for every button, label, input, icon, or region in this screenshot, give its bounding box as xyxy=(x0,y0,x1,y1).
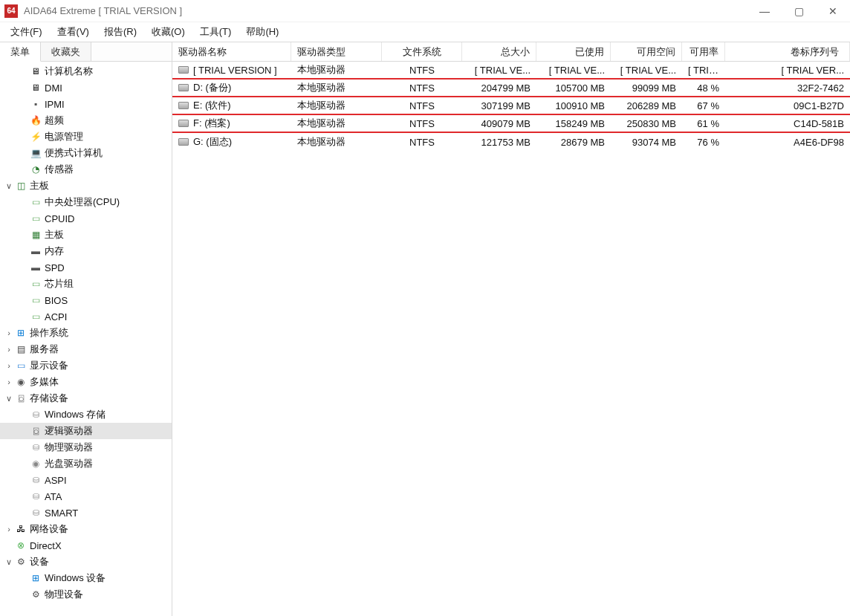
column-header[interactable]: 已使用 xyxy=(536,42,611,61)
tree-node[interactable]: 物理驱动器 xyxy=(0,439,172,455)
tree-node-label: 存储设备 xyxy=(30,392,68,405)
tree-node[interactable]: CPUID xyxy=(0,210,172,227)
tree-node[interactable]: ›服务器 xyxy=(0,341,172,357)
tree-node-label: 超频 xyxy=(45,114,64,127)
tree-node[interactable]: SPD xyxy=(0,259,172,276)
mb-icon xyxy=(15,180,27,192)
tree-node[interactable]: DirectX xyxy=(0,537,172,554)
tree-node[interactable]: 主板 xyxy=(0,227,172,243)
table-cell: 307199 MB xyxy=(462,99,536,113)
drive-icon xyxy=(30,441,42,453)
tree-node[interactable]: 物理设备 xyxy=(0,586,172,603)
tree-node[interactable]: ›显示设备 xyxy=(0,357,172,374)
disk-icon xyxy=(30,425,42,437)
table-header: 驱动器名称驱动器类型文件系统总大小已使用可用空间可用率卷标序列号 xyxy=(172,42,850,62)
drive-icon xyxy=(30,490,42,502)
tree-node-label: 逻辑驱动器 xyxy=(45,424,93,438)
tree-node[interactable]: ›操作系统 xyxy=(0,325,172,341)
table-cell: 本地驱动器 xyxy=(291,134,382,150)
drive-icon xyxy=(30,409,42,421)
table-cell: 100910 MB xyxy=(536,99,611,113)
column-header[interactable]: 文件系统 xyxy=(382,42,462,61)
menu-item[interactable]: 收藏(O) xyxy=(144,23,192,41)
menu-item[interactable]: 查看(V) xyxy=(50,23,97,41)
tab-menu[interactable]: 菜单 xyxy=(0,42,41,62)
table-row[interactable]: [ TRIAL VERSION ]本地驱动器NTFS[ TRIAL VE...[… xyxy=(172,62,850,80)
tree-node[interactable]: 电源管理 xyxy=(0,129,172,145)
table-row[interactable]: D: (备份)本地驱动器NTFS204799 MB105700 MB99099 … xyxy=(172,80,850,97)
expand-icon[interactable]: › xyxy=(3,361,15,370)
table-row[interactable]: E: (软件)本地驱动器NTFS307199 MB100910 MB206289… xyxy=(172,97,850,115)
menu-item[interactable]: 文件(F) xyxy=(3,23,50,41)
tree-node-label: 网络设备 xyxy=(30,522,68,536)
tree-node[interactable]: ∨设备 xyxy=(0,554,172,570)
titlebar: 64 AIDA64 Extreme [ TRIAL VERSION ] — ▢ … xyxy=(0,0,850,22)
menu-item[interactable]: 帮助(H) xyxy=(239,23,286,41)
table-cell: D: (备份) xyxy=(172,80,291,96)
tree-node[interactable]: ›网络设备 xyxy=(0,521,172,537)
tree-node[interactable]: ›多媒体 xyxy=(0,374,172,390)
table-cell: NTFS xyxy=(382,135,462,149)
tree-node[interactable]: ATA xyxy=(0,488,172,505)
expand-icon[interactable]: › xyxy=(3,525,15,534)
column-header[interactable]: 卷标序列号 xyxy=(725,42,850,61)
tree-node[interactable]: DMI xyxy=(0,80,172,96)
column-header[interactable]: 可用率 xyxy=(682,42,725,61)
tree-node[interactable]: ACPI xyxy=(0,308,172,325)
table-row[interactable]: F: (档案)本地驱动器NTFS409079 MB158249 MB250830… xyxy=(172,115,850,133)
table-cell: [ TRIAL VERSION ] xyxy=(172,63,291,77)
table-cell: [ TRIAL VE... xyxy=(462,63,536,77)
expand-icon[interactable]: › xyxy=(3,328,15,337)
media-icon xyxy=(15,376,27,388)
expand-icon[interactable]: › xyxy=(3,377,15,386)
table-cell: 93074 MB xyxy=(611,135,682,149)
tree-node[interactable]: 传感器 xyxy=(0,161,172,178)
tree-node[interactable]: 逻辑驱动器 xyxy=(0,423,172,439)
nav-tree[interactable]: 计算机名称DMIIPMI超频电源管理便携式计算机传感器∨主板中央处理器(CPU)… xyxy=(0,62,172,616)
expand-icon[interactable]: ∨ xyxy=(3,181,15,191)
tree-node[interactable]: BIOS xyxy=(0,292,172,308)
close-button[interactable]: ✕ xyxy=(816,0,850,22)
tree-node[interactable]: ASPI xyxy=(0,472,172,488)
tree-node-label: 中央处理器(CPU) xyxy=(45,195,120,209)
tree-node[interactable]: 光盘驱动器 xyxy=(0,455,172,472)
tree-node[interactable]: 内存 xyxy=(0,243,172,259)
menu-item[interactable]: 工具(T) xyxy=(192,23,239,41)
tree-node[interactable]: SMART xyxy=(0,505,172,521)
tree-node[interactable]: 便携式计算机 xyxy=(0,145,172,161)
maximize-button[interactable]: ▢ xyxy=(782,0,816,22)
app-logo-icon: 64 xyxy=(4,4,18,18)
column-header[interactable]: 可用空间 xyxy=(611,42,682,61)
table-cell: 61 % xyxy=(682,117,725,131)
table-cell: E: (软件) xyxy=(172,97,291,114)
sidebar: 菜单 收藏夹 计算机名称DMIIPMI超频电源管理便携式计算机传感器∨主板中央处… xyxy=(0,42,172,616)
expand-icon[interactable]: ∨ xyxy=(3,394,15,403)
expand-icon[interactable]: ∨ xyxy=(3,557,15,567)
tree-node[interactable]: IPMI xyxy=(0,96,172,112)
tree-node[interactable]: Windows 存储 xyxy=(0,406,172,423)
tree-node[interactable]: 计算机名称 xyxy=(0,63,172,80)
tree-node-label: IPMI xyxy=(45,99,65,110)
tree-node-label: 光盘驱动器 xyxy=(45,457,93,470)
column-header[interactable]: 驱动器名称 xyxy=(172,42,291,61)
menu-item[interactable]: 报告(R) xyxy=(97,23,144,41)
tree-node[interactable]: 超频 xyxy=(0,112,172,129)
tree-node[interactable]: 中央处理器(CPU) xyxy=(0,194,172,210)
win-icon xyxy=(30,572,42,584)
column-header[interactable]: 驱动器类型 xyxy=(291,42,382,61)
table-row[interactable]: G: (固态)本地驱动器NTFS121753 MB28679 MB93074 M… xyxy=(172,133,850,151)
tree-node-label: Windows 设备 xyxy=(45,571,106,585)
table-cell: 409079 MB xyxy=(462,117,536,131)
column-header[interactable]: 总大小 xyxy=(462,42,536,61)
expand-icon[interactable]: › xyxy=(3,345,15,354)
tree-node-label: 设备 xyxy=(30,555,49,568)
table-cell: 158249 MB xyxy=(536,117,611,131)
tab-favorites[interactable]: 收藏夹 xyxy=(41,42,91,61)
tree-node[interactable]: Windows 设备 xyxy=(0,570,172,586)
tree-node[interactable]: ∨存储设备 xyxy=(0,390,172,406)
minimize-button[interactable]: — xyxy=(747,0,782,22)
tree-node[interactable]: ∨主板 xyxy=(0,178,172,194)
tree-node-label: 便携式计算机 xyxy=(45,146,103,160)
table-body: [ TRIAL VERSION ]本地驱动器NTFS[ TRIAL VE...[… xyxy=(172,62,850,616)
tree-node[interactable]: 芯片组 xyxy=(0,276,172,292)
